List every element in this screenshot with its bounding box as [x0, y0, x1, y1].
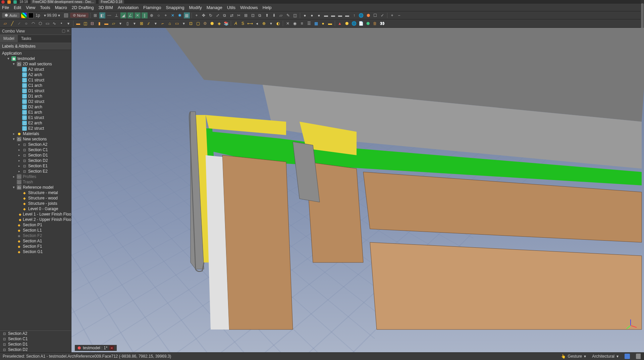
tree-item[interactable]: ◆Section L1: [0, 228, 71, 233]
tree-item[interactable]: ▼⬢testmodel: [0, 56, 71, 61]
tree-item[interactable]: ◆Structure - metal: [0, 190, 71, 195]
preflight-icon[interactable]: ☰: [306, 20, 312, 26]
dropdown-icon[interactable]: ▾: [153, 20, 159, 26]
box-icon[interactable]: ▬: [323, 12, 329, 18]
dropdown-icon[interactable]: ▾: [268, 20, 274, 26]
menu-utils[interactable]: Utils: [227, 5, 235, 10]
construction-mode[interactable]: ⬢ Auto: [2, 13, 20, 18]
trash-icon[interactable]: 🗑: [372, 20, 378, 26]
line-width[interactable]: 1p: [35, 12, 41, 18]
shape-string-icon[interactable]: S: [240, 20, 246, 26]
section-plane-icon[interactable]: ◐: [275, 20, 281, 26]
tree-item[interactable]: ▸⊡Section A2: [0, 142, 71, 147]
globe-icon[interactable]: 🌐: [358, 12, 364, 18]
menu-modify[interactable]: Modify: [189, 5, 202, 10]
check-icon[interactable]: ✓: [379, 12, 385, 18]
select-plane-icon[interactable]: ▱: [2, 20, 8, 26]
tree-item[interactable]: ▸⊡Section E2: [0, 169, 71, 174]
circle-icon[interactable]: ○: [23, 20, 29, 26]
box-icon[interactable]: ▬: [337, 12, 343, 18]
list-item[interactable]: ⊡Section D1: [0, 342, 71, 347]
snap-intersection-icon[interactable]: ✕: [135, 12, 141, 18]
tree-item[interactable]: ◫C1 struct: [0, 77, 71, 83]
site-icon[interactable]: ●: [320, 20, 326, 26]
tree-item[interactable]: ◫A2 arch: [0, 72, 71, 77]
move-icon[interactable]: ✥: [201, 12, 207, 18]
line-icon[interactable]: ╱: [9, 20, 15, 26]
font-size[interactable]: 99.99: [49, 12, 55, 18]
plus-icon[interactable]: +: [389, 12, 395, 18]
snap-dimensions-icon[interactable]: ✱: [177, 12, 183, 18]
snap-near-icon[interactable]: ○: [156, 12, 162, 18]
model-tree[interactable]: Application ▼⬢testmodel▼🗀2D wall section…: [0, 50, 71, 331]
beam-icon[interactable]: ▬: [103, 20, 109, 26]
shape2d-icon[interactable]: ▱: [278, 12, 284, 18]
sphere-icon[interactable]: ●: [309, 12, 315, 18]
list-item[interactable]: ⊡Section D2: [0, 347, 71, 352]
tree-item[interactable]: ◆Level 1 - Lower Finish Floor: [0, 212, 71, 217]
downgrade-icon[interactable]: ⬇: [271, 12, 277, 18]
building-icon[interactable]: ▬: [327, 20, 333, 26]
window-icon[interactable]: ⊞: [139, 20, 145, 26]
tree-item[interactable]: ◆Structure - joists: [0, 201, 71, 206]
menu-3d-bim[interactable]: 3D BIM: [99, 5, 113, 10]
3d-viewport[interactable]: ⬢ testmodel : 1* ✕: [71, 28, 644, 352]
tab-tasks[interactable]: Tasks: [18, 35, 35, 42]
pipe-icon[interactable]: ⫽: [146, 20, 152, 26]
tree-item[interactable]: ◫E2 struct: [0, 126, 71, 131]
wall-icon[interactable]: ▬: [75, 20, 81, 26]
tree-item[interactable]: ◆Level 2 - Upper Finish Floor: [0, 217, 71, 222]
structure-icon[interactable]: ◫: [82, 20, 88, 26]
up-icon[interactable]: ↑: [351, 12, 357, 18]
tree-item[interactable]: ◫D2 arch: [0, 104, 71, 110]
color-picker-icon[interactable]: [21, 12, 27, 18]
document-tab[interactable]: ⬢ testmodel : 1* ✕: [75, 345, 117, 351]
mirror-icon[interactable]: ⧉: [222, 12, 228, 18]
snap-special-icon[interactable]: ✕: [170, 12, 176, 18]
tree-item[interactable]: ◆Section F2: [0, 233, 71, 238]
box-icon[interactable]: ▬: [344, 12, 350, 18]
tree-item[interactable]: ◆Level 0 - Garage: [0, 206, 71, 212]
menu-annotation[interactable]: Annotation: [118, 5, 139, 10]
trim-icon[interactable]: ✂: [236, 12, 242, 18]
draft2sketch-icon[interactable]: ✎: [285, 12, 291, 18]
text-icon[interactable]: A: [233, 20, 239, 26]
ifc-explorer-icon[interactable]: ⬢: [344, 20, 350, 26]
cut-plane-icon[interactable]: ◫: [292, 12, 298, 18]
dropdown-icon[interactable]: ▾: [181, 20, 187, 26]
array-icon[interactable]: ⊞: [243, 12, 249, 18]
column-icon[interactable]: ▮: [96, 20, 102, 26]
cylinder-icon[interactable]: ⬢: [365, 20, 371, 26]
unit-schema-selector[interactable]: Architectural ▾: [592, 354, 619, 359]
tree-item[interactable]: ▼🗀Reference model: [0, 185, 71, 190]
list-item[interactable]: ⊡Section C1: [0, 336, 71, 342]
menu-file[interactable]: File: [2, 5, 9, 10]
menu-manage[interactable]: Manage: [207, 5, 222, 10]
ifc-icon[interactable]: ⬢: [365, 12, 371, 18]
tree-item[interactable]: ◫E1 struct: [0, 115, 71, 120]
tree-item[interactable]: ◫E1 arch: [0, 110, 71, 115]
tree-item[interactable]: ◆Section A1: [0, 238, 71, 244]
door-icon[interactable]: ▯: [124, 20, 130, 26]
window-tab[interactable]: FreeCAD BIM development news - Dec...: [31, 0, 96, 4]
roof-icon[interactable]: ⌂: [167, 20, 173, 26]
tree-item[interactable]: ◆Structure - wood: [0, 195, 71, 201]
tree-item[interactable]: ▼🗀2D wall sections: [0, 61, 71, 67]
working-plane[interactable]: ⊘ None: [70, 13, 89, 18]
tree-item[interactable]: ▸⊡Section D1: [0, 153, 71, 158]
checkbox[interactable]: [63, 12, 69, 18]
material-icon[interactable]: ◉: [292, 20, 298, 26]
tree-item[interactable]: ▸⊡Section E1: [0, 163, 71, 169]
label-icon[interactable]: ◂: [254, 20, 260, 26]
tree-item[interactable]: ▸🗀Profiles: [0, 174, 71, 179]
close-tab-icon[interactable]: ✕: [109, 346, 114, 350]
tree-item[interactable]: ◆Section G1: [0, 249, 71, 254]
page-icon[interactable]: 📄: [358, 20, 364, 26]
rebar-icon[interactable]: ⊟: [89, 20, 95, 26]
color-swatch[interactable]: [28, 12, 34, 18]
snap-lock-icon[interactable]: ◧: [99, 12, 105, 18]
tree-item[interactable]: ▸⬣Materials: [0, 131, 71, 136]
globe-icon[interactable]: 🌐: [351, 20, 357, 26]
snap-workplane-icon[interactable]: ▦: [184, 12, 190, 18]
menu-macro[interactable]: Macro: [55, 5, 67, 10]
